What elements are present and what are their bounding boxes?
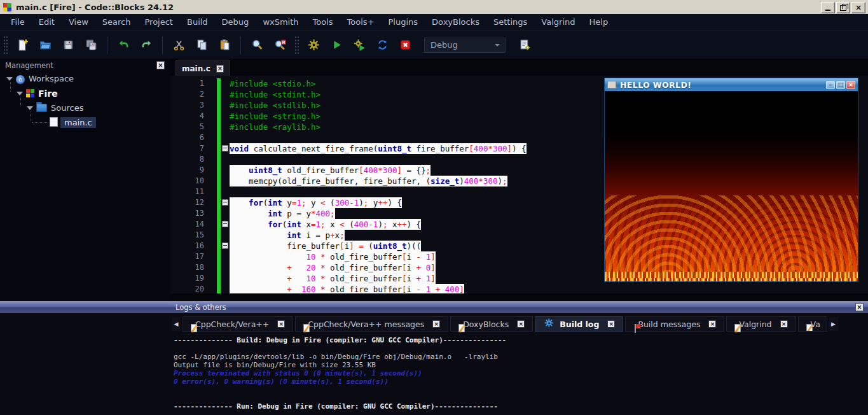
rebuild-button[interactable] bbox=[374, 37, 390, 53]
sidebar-item-sources[interactable]: Sources bbox=[0, 101, 170, 115]
menu-item-valgrind[interactable]: Valgrind bbox=[534, 17, 582, 27]
menu-item-file[interactable]: File bbox=[4, 17, 32, 27]
menu-item-settings[interactable]: Settings bbox=[486, 17, 534, 27]
hello-close-button[interactable]: × bbox=[846, 81, 855, 89]
save-button[interactable] bbox=[60, 37, 76, 53]
redo-button[interactable] bbox=[138, 37, 155, 53]
logs-tab-cppcheck-vera[interactable]: CppCheck/Vera++× bbox=[183, 316, 293, 332]
code-line[interactable]: + 10 * old_fire_buffer[i + 1] bbox=[230, 273, 527, 284]
code-line[interactable]: uint8_t old_fire_buffer[400*300] = {}; bbox=[230, 165, 527, 176]
gutter-line-number: 8 bbox=[170, 154, 207, 165]
copy-button[interactable] bbox=[193, 37, 210, 53]
management-close-button[interactable]: × bbox=[156, 61, 165, 69]
code-line[interactable]: #include <string.h> bbox=[230, 111, 527, 122]
code-line[interactable]: fire_buffer[i] = (uint8_t)(( bbox=[230, 241, 527, 251]
code-line[interactable]: void calculate_next_fire_frame(uint8_t f… bbox=[230, 143, 527, 154]
code-line[interactable] bbox=[230, 186, 527, 197]
menu-item-edit[interactable]: Edit bbox=[32, 17, 62, 27]
code-line[interactable]: memcpy(old_fire_buffer, fire_buffer, (si… bbox=[230, 176, 527, 186]
editor-code[interactable]: #include <stdio.h>#include <stdint.h>#in… bbox=[230, 78, 527, 293]
tree-expander-icon[interactable] bbox=[6, 77, 13, 84]
logs-close-button[interactable]: × bbox=[855, 303, 864, 311]
logs-tab-va[interactable]: Va bbox=[798, 316, 827, 332]
fold-toggle-icon[interactable] bbox=[222, 221, 228, 227]
tabs-scroll-left-button[interactable]: ◀ bbox=[172, 317, 181, 331]
code-line[interactable]: #include <raylib.h> bbox=[230, 122, 527, 132]
tab-close-button[interactable]: × bbox=[607, 320, 615, 328]
menu-item-debug[interactable]: Debug bbox=[215, 17, 256, 27]
show-build-log-button[interactable] bbox=[516, 37, 533, 53]
menu-item-view[interactable]: View bbox=[62, 17, 95, 27]
menu-item-help[interactable]: Help bbox=[582, 17, 616, 27]
editor-gutter[interactable]: 1234567891011121314151617181920 bbox=[170, 78, 207, 293]
editor-tab-main-c[interactable]: main.c × bbox=[176, 60, 230, 76]
code-line[interactable]: int p = y*400; bbox=[230, 208, 527, 219]
run-button[interactable] bbox=[328, 37, 345, 53]
hello-world-window: HELLO WORLD! – □ × bbox=[604, 78, 858, 282]
tab-close-button[interactable]: × bbox=[780, 320, 788, 328]
hello-title-bar[interactable]: HELLO WORLD! – □ × bbox=[605, 78, 858, 91]
code-line[interactable] bbox=[230, 132, 527, 143]
editor-tab-close-button[interactable]: × bbox=[216, 65, 224, 73]
close-button[interactable]: × bbox=[851, 2, 865, 13]
menu-item-tools[interactable]: Tools+ bbox=[340, 17, 382, 27]
sidebar-item-main-c[interactable]: main.c bbox=[0, 115, 170, 130]
restore-button[interactable] bbox=[836, 2, 850, 13]
build-button[interactable] bbox=[305, 37, 322, 53]
replace-button[interactable]: R bbox=[272, 37, 288, 53]
build-target-select[interactable]: Debug bbox=[424, 38, 506, 53]
code-line[interactable]: for(int x=1; x < (400-1); x++) { bbox=[230, 219, 527, 230]
menu-item-tools[interactable]: Tools bbox=[306, 17, 340, 27]
tab-close-button[interactable]: × bbox=[277, 320, 285, 328]
menu-item-doxyblocks[interactable]: DoxyBlocks bbox=[425, 17, 486, 27]
menu-item-search[interactable]: Search bbox=[95, 17, 138, 27]
logs-tab-doxyblocks[interactable]: DoxyBlocks× bbox=[450, 316, 533, 332]
save-all-button[interactable] bbox=[83, 37, 99, 53]
tab-close-button[interactable]: × bbox=[432, 320, 440, 328]
tabs-scroll-right-button[interactable]: ▶ bbox=[829, 317, 838, 331]
paste-button[interactable] bbox=[216, 37, 233, 53]
code-line[interactable] bbox=[230, 154, 527, 165]
tree-expander-icon[interactable] bbox=[17, 92, 23, 99]
menu-item-plugins[interactable]: Plugins bbox=[382, 17, 425, 27]
abort-button[interactable] bbox=[397, 37, 413, 53]
sidebar-item-workspace[interactable]: ⌂Workspace bbox=[0, 71, 170, 86]
fold-toggle-icon[interactable] bbox=[222, 199, 228, 206]
codeblocks-logo-icon bbox=[3, 3, 11, 11]
code-line[interactable]: #include <stdlib.h> bbox=[230, 100, 527, 111]
menu-item-project[interactable]: Project bbox=[137, 17, 179, 27]
code-line[interactable]: int i = p+x; bbox=[230, 230, 527, 241]
gear-icon bbox=[543, 317, 555, 331]
undo-button[interactable] bbox=[115, 37, 132, 53]
fold-toggle-icon[interactable] bbox=[222, 145, 228, 151]
find-button[interactable] bbox=[249, 37, 265, 53]
code-line[interactable]: #include <stdint.h> bbox=[230, 89, 527, 100]
tab-close-button[interactable]: × bbox=[517, 320, 525, 328]
menu-item-build[interactable]: Build bbox=[180, 17, 215, 27]
open-button[interactable] bbox=[37, 37, 53, 53]
toolbar-grip[interactable] bbox=[3, 36, 8, 55]
minimize-button[interactable] bbox=[821, 2, 835, 13]
menu-item-wxsmith[interactable]: wxSmith bbox=[256, 17, 305, 27]
logs-tab-build-messages[interactable]: Build messages× bbox=[625, 316, 724, 332]
toolbar-grip[interactable] bbox=[294, 36, 299, 55]
code-line[interactable]: #include <stdio.h> bbox=[230, 78, 527, 89]
hello-minimize-button[interactable]: – bbox=[826, 81, 835, 89]
code-line[interactable]: + 20 * old_fire_buffer[i + 0] bbox=[230, 262, 527, 273]
tab-close-button[interactable]: × bbox=[708, 320, 716, 328]
fold-toggle-icon[interactable] bbox=[222, 243, 228, 249]
hello-maximize-button[interactable]: □ bbox=[836, 81, 845, 89]
logs-tab-valgrind[interactable]: Valgrind× bbox=[726, 316, 796, 332]
code-line[interactable]: for(int y=1; y < (300-1); y++) { bbox=[230, 197, 527, 208]
preprocessor-directive: #include <string.h> bbox=[230, 111, 320, 121]
build-and-run-button[interactable] bbox=[351, 37, 368, 53]
code-text: 10 * old_fire_buffer[i - 1] bbox=[230, 251, 436, 262]
code-line[interactable]: 10 * old_fire_buffer[i - 1] bbox=[230, 251, 527, 262]
logs-tab-cppcheck-vera-messages[interactable]: CppCheck/Vera++ messages× bbox=[295, 316, 448, 332]
tree-expander-icon[interactable] bbox=[27, 106, 33, 113]
sidebar-item-fire[interactable]: Fire bbox=[0, 86, 170, 101]
cut-button[interactable] bbox=[170, 37, 187, 53]
code-line[interactable]: + 160 * old_fire_buffer[i - 1 + 400] bbox=[230, 284, 527, 293]
logs-tab-build-log[interactable]: Build log× bbox=[535, 316, 623, 332]
new-file-button[interactable] bbox=[14, 37, 31, 53]
